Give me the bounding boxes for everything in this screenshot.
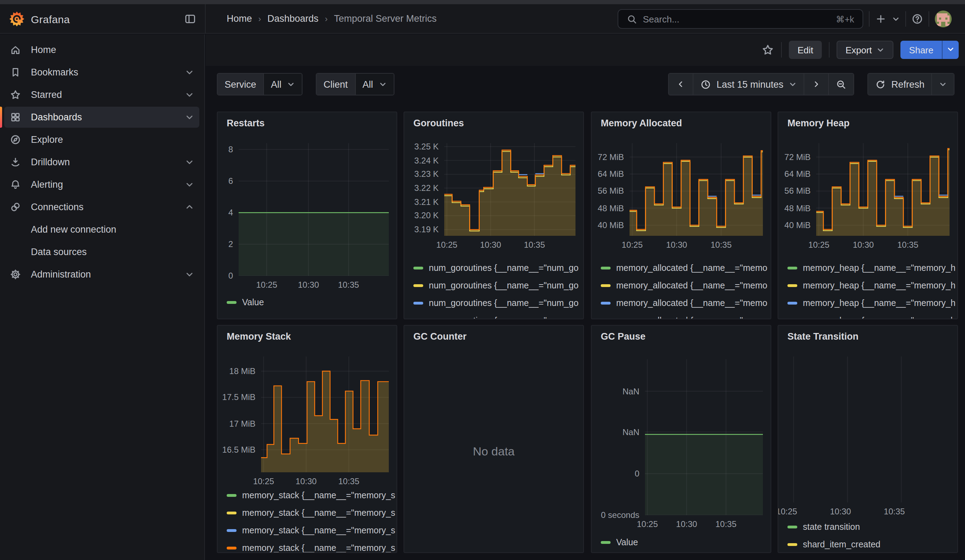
chevron-up-icon[interactable] — [184, 201, 195, 213]
refresh-button[interactable]: Refresh — [868, 73, 932, 95]
no-data-text: No data — [404, 445, 583, 459]
help-icon[interactable] — [912, 13, 923, 24]
bell-icon — [10, 179, 21, 190]
sidebar-item-data-sources[interactable]: Data sources — [0, 241, 205, 263]
breadcrumb-dashboards[interactable]: Dashboards — [267, 13, 319, 24]
search-input[interactable]: Search... ⌘+k — [618, 9, 863, 29]
time-back-button[interactable] — [669, 73, 693, 95]
legend-item[interactable]: memory_stack {__name__="memory_s — [227, 525, 395, 536]
legend-item[interactable]: memory_stack {__name__="memory_s — [227, 542, 395, 553]
legend-label: num_goroutines {__name__="num_go — [429, 315, 579, 319]
sidebar-item-label: Drilldown — [31, 157, 70, 167]
panel-title[interactable]: Memory Allocated — [601, 118, 682, 129]
sidebar-item-label: Explore — [31, 134, 63, 145]
x-axis-label: 10:25 — [795, 240, 844, 250]
legend-color-pill — [413, 284, 423, 287]
chevron-down-icon[interactable] — [184, 157, 195, 168]
panel-title[interactable]: GC Counter — [413, 331, 467, 342]
grafana-logo-icon[interactable] — [9, 11, 25, 27]
legend-item[interactable]: memory_allocated {__name__="memo — [601, 263, 767, 273]
sidebar-item-connections[interactable]: Connections — [0, 196, 205, 218]
chevron-down-icon[interactable] — [892, 15, 900, 23]
x-axis-label: 10:35 — [697, 240, 746, 250]
legend-item[interactable]: memory_heap {__name__="memory_h — [787, 280, 955, 291]
y-axis-label: 0 — [218, 271, 233, 281]
legend-item[interactable]: memory_heap {__name__="memory_h — [787, 263, 955, 273]
panel-title[interactable]: Restarts — [227, 118, 265, 129]
compass-icon — [10, 134, 21, 145]
refresh-interval-dropdown[interactable] — [932, 73, 954, 95]
add-icon[interactable] — [875, 13, 886, 24]
legend-item[interactable]: shard_item_created — [787, 539, 880, 550]
chevron-down-icon[interactable] — [184, 269, 195, 280]
panel-title[interactable]: State Transition — [787, 331, 859, 342]
y-axis-label: 3.23 K — [404, 170, 438, 179]
chevron-down-icon[interactable] — [184, 179, 195, 190]
chevron-down-icon[interactable] — [184, 89, 195, 100]
y-axis-label: 17 MiB — [218, 419, 255, 428]
time-forward-button[interactable] — [804, 73, 829, 95]
sidebar-item-bookmarks[interactable]: Bookmarks — [0, 61, 205, 83]
refresh-control: Refresh — [867, 73, 955, 95]
sidebar-item-alerting[interactable]: Alerting — [0, 173, 205, 196]
legend-item[interactable]: num_goroutines {__name__="num_go — [413, 315, 579, 319]
sidebar-collapse-icon[interactable] — [185, 13, 196, 24]
y-axis-label: 64 MiB — [592, 169, 624, 179]
favorite-star-icon[interactable] — [762, 44, 774, 56]
sidebar-item-home[interactable]: Home — [0, 39, 205, 61]
sidebar-item-drilldown[interactable]: Drilldown — [0, 151, 205, 173]
panel-title[interactable]: Memory Heap — [787, 118, 850, 129]
chevron-down-icon[interactable] — [184, 112, 195, 123]
sidebar-item-add-new-connection[interactable]: Add new connection — [0, 218, 205, 241]
y-axis-label: 3.19 K — [404, 225, 438, 234]
legend-color-pill — [227, 511, 237, 514]
legend-item[interactable]: num_goroutines {__name__="num_go — [413, 263, 579, 273]
legend-item[interactable]: num_goroutines {__name__="num_go — [413, 297, 579, 308]
legend-item[interactable]: memory_heap {__name__="memory_h — [787, 297, 955, 308]
legend-item[interactable]: memory_stack {__name__="memory_s — [227, 490, 395, 500]
panel-title[interactable]: Memory Stack — [227, 331, 291, 342]
y-axis-label: 56 MiB — [778, 186, 811, 196]
legend-color-pill — [601, 266, 610, 269]
sidebar-item-explore[interactable]: Explore — [0, 129, 205, 151]
filter-service: ServiceAll — [217, 73, 303, 95]
legend-item[interactable]: Value — [227, 297, 264, 307]
export-button[interactable]: Export — [836, 41, 893, 59]
legend-item[interactable]: num_goroutines {__name__="num_go — [413, 280, 579, 291]
legend-color-pill — [601, 319, 610, 319]
actions-divider — [829, 42, 829, 57]
panel-title[interactable]: GC Pause — [601, 331, 646, 342]
legend-item[interactable]: memory_stack {__name__="memory_s — [227, 508, 395, 518]
legend-color-pill — [787, 266, 797, 269]
legend-item[interactable]: Value — [601, 537, 638, 547]
avatar[interactable] — [935, 11, 952, 28]
x-axis-label: 10:35 — [883, 240, 932, 250]
legend-item[interactable]: memory_allocated {__name__="memo — [601, 315, 767, 319]
actions-divider — [782, 42, 782, 57]
sidebar-item-starred[interactable]: Starred — [0, 83, 205, 106]
time-range-picker[interactable]: Last 15 minutes — [693, 73, 804, 95]
sidebar-item-dashboards[interactable]: Dashboards — [0, 106, 205, 129]
zoom-out-icon[interactable] — [829, 73, 854, 95]
share-button[interactable]: Share — [901, 41, 942, 59]
filter-value-dropdown[interactable]: All — [355, 73, 393, 95]
y-axis-label: NaN — [592, 386, 640, 396]
legend-item[interactable]: memory_allocated {__name__="memo — [601, 280, 767, 291]
filter-value-dropdown[interactable]: All — [263, 73, 302, 95]
breadcrumb-home[interactable]: Home — [227, 13, 252, 24]
panel-title[interactable]: Goroutines — [413, 118, 464, 129]
sidebar-item-administration[interactable]: Administration — [0, 263, 205, 286]
sidebar: HomeBookmarksStarredDashboardsExploreDri… — [0, 34, 205, 560]
x-axis-label: 10:30 — [839, 240, 888, 250]
legend-color-pill — [413, 319, 423, 319]
sidebar-item-label: Connections — [31, 202, 83, 212]
legend-item[interactable]: state transition — [787, 521, 880, 532]
legend-item[interactable]: memory_heap {__name__="memory_h — [787, 315, 955, 319]
panel-memory_allocated: Memory Allocated72 MiB64 MiB56 MiB48 MiB… — [591, 112, 771, 319]
breadcrumb-current: Temporal Server Metrics — [334, 13, 437, 24]
edit-button[interactable]: Edit — [789, 41, 822, 59]
share-dropdown-button[interactable] — [942, 41, 959, 59]
legend-item[interactable]: memory_allocated {__name__="memo — [601, 297, 767, 308]
y-axis-label: 16.5 MiB — [218, 445, 255, 455]
chevron-down-icon[interactable] — [184, 67, 195, 78]
